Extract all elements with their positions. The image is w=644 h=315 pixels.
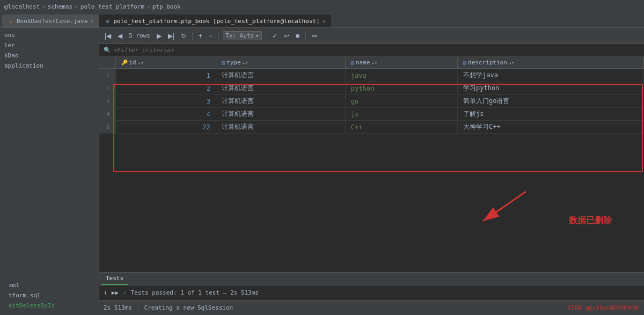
status-time: 2s 513ms bbox=[104, 304, 132, 311]
red-arrow bbox=[472, 186, 537, 229]
resize-button[interactable]: ⇔ bbox=[310, 31, 319, 41]
breadcrumb-item[interactable]: polo_test_platform bbox=[80, 3, 144, 10]
arrow-up-icon: ↑ bbox=[104, 289, 107, 296]
sidebar-item-application[interactable]: application bbox=[0, 61, 99, 71]
run-icon[interactable]: ▶▶ bbox=[112, 289, 119, 296]
sidebar: ons ler kDao application xml tform.sql e… bbox=[0, 28, 99, 315]
cell-description[interactable]: 了解js bbox=[457, 108, 643, 121]
filter-placeholder[interactable]: <Filter criteria> bbox=[113, 47, 174, 54]
separator2 bbox=[218, 32, 219, 40]
table-wrapper: 🔑 id ▴▾ ▤ type ▴▾ bbox=[99, 57, 644, 272]
commit-button[interactable]: ✓ bbox=[270, 31, 280, 41]
svg-line-1 bbox=[483, 192, 526, 221]
cell-type[interactable]: 计算机语言 bbox=[216, 121, 346, 134]
sidebar-file-test[interactable]: estDeleteById bbox=[4, 301, 94, 311]
separator3 bbox=[266, 32, 266, 40]
test-result: Tests passed: 1 of 1 test – 2s 513ms bbox=[131, 289, 259, 296]
sort-icon[interactable]: ▴▾ bbox=[138, 60, 144, 65]
cell-id[interactable]: 3 bbox=[115, 95, 216, 108]
table-body: 1 1 计算机语言 java 不想学java 2 2 计算机语言 python … bbox=[99, 69, 644, 134]
cell-name[interactable]: python bbox=[345, 82, 457, 95]
breadcrumb-item[interactable]: schemas bbox=[48, 3, 72, 10]
sort-icon[interactable]: ▴▾ bbox=[371, 60, 377, 65]
cell-type[interactable]: 计算机语言 bbox=[216, 69, 346, 82]
col-icon-desc: ▤ bbox=[463, 60, 466, 65]
cell-description[interactable]: 不想学java bbox=[457, 69, 643, 82]
deleted-annotation: 数据已删除 bbox=[569, 215, 612, 226]
last-row-button[interactable]: ▶| bbox=[166, 31, 177, 41]
cell-name[interactable]: C++ bbox=[345, 121, 457, 134]
sidebar-file-xml[interactable]: xml bbox=[4, 280, 94, 290]
cell-description[interactable]: 学习python bbox=[457, 82, 643, 95]
row-number: 3 bbox=[99, 95, 115, 108]
th-type[interactable]: ▤ type ▴▾ bbox=[216, 57, 346, 69]
tx-dropdown[interactable]: Tx: Auto ▾ bbox=[223, 31, 262, 40]
col-icon-name: ▤ bbox=[351, 60, 354, 65]
cell-id[interactable]: 2 bbox=[115, 82, 216, 95]
cell-description[interactable]: 大神学习C++ bbox=[457, 121, 643, 134]
bottom-content: ↑ ▶▶ ✓ Tests passed: 1 of 1 test – 2s 51… bbox=[99, 285, 644, 300]
table-row[interactable]: 2 2 计算机语言 python 学习python bbox=[99, 82, 644, 95]
th-description[interactable]: ▤ description ▴▾ bbox=[457, 57, 643, 69]
cell-description[interactable]: 简单入门go语言 bbox=[457, 95, 643, 108]
cell-type[interactable]: 计算机语言 bbox=[216, 108, 346, 121]
content-area: |◀ ◀ 5 rows ▶ ▶| ↻ + − Tx: Auto ▾ ✓ ↩ ■ … bbox=[99, 28, 644, 315]
separator bbox=[192, 32, 193, 40]
tab-db-table[interactable]: ⊞ polo_test_platform.ptp_book [polo_test… bbox=[99, 14, 331, 27]
tab-close-db[interactable]: ✕ bbox=[323, 18, 326, 24]
test-passed-badge: ✓ bbox=[123, 289, 127, 296]
table-header-row: 🔑 id ▴▾ ▤ type ▴▾ bbox=[99, 57, 644, 69]
sidebar-item-ler[interactable]: ler bbox=[0, 40, 99, 50]
th-id[interactable]: 🔑 id ▴▾ bbox=[115, 57, 216, 69]
breadcrumb-item[interactable]: ptp_book bbox=[152, 3, 181, 10]
table-row[interactable]: 5 22 计算机语言 C++ 大神学习C++ bbox=[99, 121, 644, 134]
status-left: 2s 513ms | Creating a new SqlSession bbox=[104, 304, 233, 311]
table-container[interactable]: 🔑 id ▴▾ ▤ type ▴▾ bbox=[99, 57, 644, 134]
table-row[interactable]: 3 3 计算机语言 go 简单入门go语言 bbox=[99, 95, 644, 108]
row-number: 2 bbox=[99, 82, 115, 95]
cell-id[interactable]: 1 bbox=[115, 69, 216, 82]
th-name[interactable]: ▤ name ▴▾ bbox=[345, 57, 457, 69]
table-row[interactable]: 4 4 计算机语言 js 了解js bbox=[99, 108, 644, 121]
refresh-button[interactable]: ↻ bbox=[179, 31, 188, 41]
console-output: Creating a new SqlSession bbox=[144, 304, 233, 311]
sort-icon[interactable]: ▴▾ bbox=[509, 60, 515, 65]
stop-button[interactable]: ■ bbox=[294, 31, 302, 41]
sidebar-file-sql[interactable]: tform.sql bbox=[4, 290, 94, 301]
col-icon-type: ▤ bbox=[222, 60, 225, 65]
revert-button[interactable]: ↩ bbox=[282, 31, 291, 41]
separator4 bbox=[305, 32, 306, 40]
next-row-button[interactable]: ▶ bbox=[155, 31, 164, 41]
bottom-tabs: Tests bbox=[99, 273, 644, 285]
cell-name[interactable]: js bbox=[345, 108, 457, 121]
breadcrumb-item[interactable]: @localhost bbox=[4, 3, 40, 10]
prev-row-button[interactable]: ◀ bbox=[115, 31, 125, 41]
sidebar-item-kdao[interactable]: kDao bbox=[0, 50, 99, 61]
add-row-button[interactable]: + bbox=[196, 31, 204, 41]
cell-type[interactable]: 计算机语言 bbox=[216, 95, 346, 108]
tab-java[interactable]: ☕ BookDaoTestCase.java ✕ bbox=[2, 14, 99, 27]
remove-row-button[interactable]: − bbox=[207, 31, 215, 41]
sort-icon[interactable]: ▴▾ bbox=[243, 60, 248, 65]
row-number: 1 bbox=[99, 69, 115, 82]
bottom-status-bar: 2s 513ms | Creating a new SqlSession CSD… bbox=[99, 300, 644, 315]
row-number: 4 bbox=[99, 108, 115, 121]
data-table: 🔑 id ▴▾ ▤ type ▴▾ bbox=[99, 57, 644, 134]
th-rownum bbox=[99, 57, 115, 69]
sidebar-item-ons[interactable]: ons bbox=[0, 30, 99, 40]
cell-name[interactable]: go bbox=[345, 95, 457, 108]
test-tab[interactable]: Tests bbox=[101, 273, 128, 285]
cell-name[interactable]: java bbox=[345, 69, 457, 82]
filter-bar: 🔍 <Filter criteria> bbox=[99, 44, 644, 57]
table-row[interactable]: 1 1 计算机语言 java 不想学java bbox=[99, 69, 644, 82]
toolbar: |◀ ◀ 5 rows ▶ ▶| ↻ + − Tx: Auto ▾ ✓ ↩ ■ … bbox=[99, 28, 644, 44]
tab-close-java[interactable]: ✕ bbox=[90, 18, 93, 24]
cell-type[interactable]: 计算机语言 bbox=[216, 82, 346, 95]
java-icon: ☕ bbox=[8, 18, 14, 24]
bottom-panel: Tests ↑ ▶▶ ✓ Tests passed: 1 of 1 test –… bbox=[99, 272, 644, 315]
first-row-button[interactable]: |◀ bbox=[103, 31, 113, 41]
watermark: CSDN @python搞码的阿帅 bbox=[568, 304, 640, 312]
tab-bar: ☕ BookDaoTestCase.java ✕ ⊞ polo_test_pla… bbox=[0, 13, 644, 28]
cell-id[interactable]: 22 bbox=[115, 121, 216, 134]
cell-id[interactable]: 4 bbox=[115, 108, 216, 121]
